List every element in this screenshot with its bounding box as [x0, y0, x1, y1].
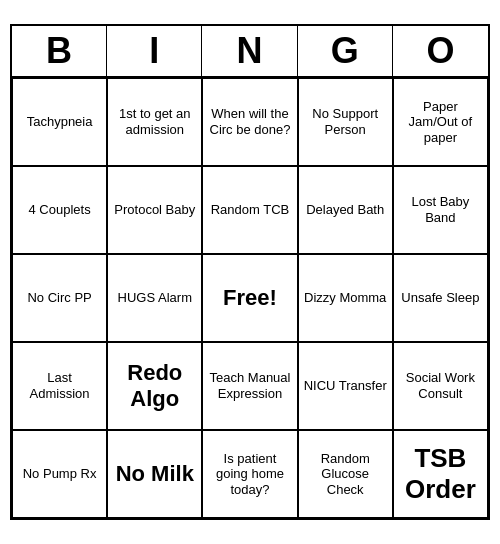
header-letter: B: [12, 26, 107, 76]
bingo-cell: Tachypneia: [12, 78, 107, 166]
bingo-cell: Delayed Bath: [298, 166, 393, 254]
bingo-cell: Teach Manual Expression: [202, 342, 297, 430]
bingo-cell: Last Admission: [12, 342, 107, 430]
bingo-card: BINGO Tachypneia1st to get an admissionW…: [10, 24, 490, 520]
bingo-cell: Free!: [202, 254, 297, 342]
header-letter: N: [202, 26, 297, 76]
bingo-cell: Unsafe Sleep: [393, 254, 488, 342]
bingo-cell: NICU Transfer: [298, 342, 393, 430]
header-letter: I: [107, 26, 202, 76]
bingo-cell: No Circ PP: [12, 254, 107, 342]
bingo-cell: 4 Couplets: [12, 166, 107, 254]
bingo-cell: Lost Baby Band: [393, 166, 488, 254]
bingo-cell: Redo Algo: [107, 342, 202, 430]
bingo-cell: Social Work Consult: [393, 342, 488, 430]
bingo-grid: Tachypneia1st to get an admissionWhen wi…: [12, 78, 488, 518]
bingo-cell: No Milk: [107, 430, 202, 518]
bingo-header: BINGO: [12, 26, 488, 78]
bingo-cell: Is patient going home today?: [202, 430, 297, 518]
bingo-cell: Dizzy Momma: [298, 254, 393, 342]
bingo-cell: TSB Order: [393, 430, 488, 518]
bingo-cell: No Support Person: [298, 78, 393, 166]
bingo-cell: No Pump Rx: [12, 430, 107, 518]
header-letter: O: [393, 26, 488, 76]
bingo-cell: HUGS Alarm: [107, 254, 202, 342]
bingo-cell: Random Glucose Check: [298, 430, 393, 518]
bingo-cell: Protocol Baby: [107, 166, 202, 254]
bingo-cell: Paper Jam/Out of paper: [393, 78, 488, 166]
bingo-cell: Random TCB: [202, 166, 297, 254]
header-letter: G: [298, 26, 393, 76]
bingo-cell: 1st to get an admission: [107, 78, 202, 166]
bingo-cell: When will the Circ be done?: [202, 78, 297, 166]
